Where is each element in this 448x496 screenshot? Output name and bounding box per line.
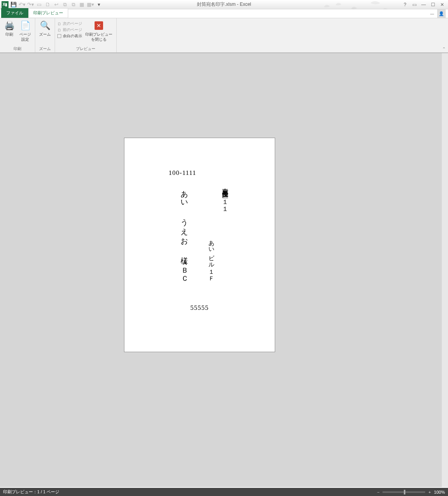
tab-print-preview[interactable]: 印刷プレビュー bbox=[28, 8, 68, 18]
next-page-button: 🗋次のページ bbox=[57, 21, 82, 26]
user-account-icon[interactable]: 👤 bbox=[437, 9, 446, 18]
qat-btn-4[interactable]: ⧉ bbox=[61, 1, 68, 8]
prev-page-button: 🗋前のページ bbox=[57, 27, 82, 33]
bottom-number: 55555 bbox=[190, 304, 209, 312]
address-line-1: 東京都千代田区１１１ bbox=[222, 183, 229, 209]
ribbon-options-button[interactable]: ▭ bbox=[411, 1, 418, 8]
recipient-name: あい うえお 様 bbox=[179, 185, 190, 252]
preview-page: 100-1111 東京都千代田区１１１ あいビル１Ｆ ＡＢＣ あい うえお 様 … bbox=[124, 138, 275, 352]
recipient-block: ＡＢＣ あい うえお 様 bbox=[179, 185, 190, 278]
maximize-button[interactable]: ☐ bbox=[429, 1, 436, 8]
page-icon: 🗋 bbox=[57, 22, 61, 26]
qat-save-button[interactable]: 💾 bbox=[10, 1, 17, 8]
zoom-button[interactable]: 🔍 ズーム bbox=[38, 19, 52, 45]
close-button[interactable]: ✕ bbox=[439, 1, 446, 8]
zoom-in-button[interactable]: + bbox=[428, 490, 431, 494]
qat-btn-5[interactable]: ⧉ bbox=[70, 1, 77, 8]
window-title: 封筒宛名印字.xlsm - Excel bbox=[197, 1, 251, 8]
ribbon: 🖨️ 印刷 📄 ページ 設定 印刷 🔍 ズーム ズーム 🗋次のページ 🗋前のペー… bbox=[0, 18, 448, 53]
close-x-icon: ✕ bbox=[95, 21, 103, 30]
zoom-percent: 100% bbox=[434, 490, 445, 494]
close-preview-button[interactable]: ✕ 印刷プレビュー を閉じる bbox=[84, 19, 114, 45]
ribbon-tabs: ファイル 印刷プレビュー — 👤 bbox=[0, 9, 448, 18]
page-setup-button[interactable]: 📄 ページ 設定 bbox=[18, 19, 33, 45]
qat-undo-button[interactable]: ↶▾ bbox=[19, 1, 26, 8]
minimize-button[interactable]: — bbox=[420, 1, 427, 8]
ribbon-group-preview: 🗋次のページ 🗋前のページ 余白の表示 ✕ 印刷プレビュー を閉じる プレビュー bbox=[55, 18, 117, 52]
window-minimize-icon[interactable]: — bbox=[429, 10, 436, 17]
tab-file[interactable]: ファイル bbox=[1, 8, 28, 18]
company-name: ＡＢＣ bbox=[179, 255, 190, 278]
qat-btn-6[interactable]: ▦ bbox=[78, 1, 85, 8]
checkbox-icon bbox=[57, 34, 61, 38]
address-line-2: あいビル１Ｆ bbox=[208, 236, 215, 279]
qat-btn-7[interactable]: ▦▾ bbox=[87, 1, 94, 8]
help-button[interactable]: ? bbox=[401, 1, 408, 8]
qat-btn-3[interactable]: ↩ bbox=[53, 1, 60, 8]
qat-customize-button[interactable]: ▾ bbox=[95, 1, 102, 8]
qat-btn-1[interactable]: ▭ bbox=[36, 1, 43, 8]
status-bar: 印刷プレビュー：1 / 1 ページ − + 100% bbox=[0, 488, 448, 496]
page-setup-icon: 📄 bbox=[20, 20, 31, 31]
excel-logo-icon: X▮ bbox=[2, 1, 9, 8]
status-page-info: 印刷プレビュー：1 / 1 ページ bbox=[3, 489, 59, 495]
magnifier-icon: 🔍 bbox=[40, 20, 50, 31]
qat-redo-button[interactable]: ↷▾ bbox=[27, 1, 34, 8]
print-button[interactable]: 🖨️ 印刷 bbox=[2, 19, 16, 45]
qat-btn-2[interactable]: 🗋 bbox=[44, 1, 51, 8]
vertical-scrollbar[interactable] bbox=[442, 53, 448, 487]
ribbon-collapse-button[interactable]: ⌃ bbox=[442, 47, 446, 52]
ribbon-group-zoom: 🔍 ズーム ズーム bbox=[35, 18, 55, 52]
show-margins-checkbox[interactable]: 余白の表示 bbox=[57, 33, 82, 39]
print-preview-area: 100-1111 東京都千代田区１１１ あいビル１Ｆ ＡＢＣ あい うえお 様 … bbox=[0, 53, 448, 487]
postal-code: 100-1111 bbox=[169, 169, 196, 177]
ribbon-group-print: 🖨️ 印刷 📄 ページ 設定 印刷 bbox=[0, 18, 35, 52]
zoom-out-button[interactable]: − bbox=[377, 490, 379, 494]
page-icon: 🗋 bbox=[57, 28, 61, 32]
zoom-slider[interactable] bbox=[383, 491, 425, 493]
printer-icon: 🖨️ bbox=[4, 20, 15, 31]
